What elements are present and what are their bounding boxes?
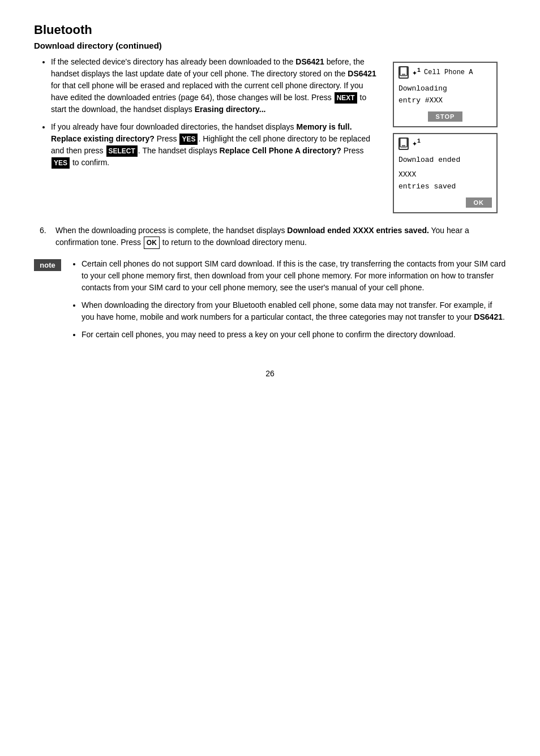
phone-icon-1 <box>398 66 409 79</box>
screen2-header: ✦1 <box>394 134 496 152</box>
select-key: SELECT <box>106 145 138 157</box>
bt-icon-1: ✦1 <box>412 67 421 78</box>
item-6-text: When the downloading process is complete… <box>55 225 506 249</box>
screen2-body: Download ended XXXX entries saved <box>394 152 496 195</box>
stop-button: STOP <box>428 111 463 122</box>
bullet-list: If the selected device's directory has a… <box>34 56 382 169</box>
numbered-item-6: 6. When the downloading process is compl… <box>34 225 506 249</box>
next-key: NEXT <box>335 92 357 104</box>
bullet-item-2: If you already have four downloaded dire… <box>51 121 382 169</box>
screen1-body: Downloading entry #XXX <box>394 81 496 109</box>
page-title: Bluetooth <box>34 23 506 37</box>
bullet-item-1: If the selected device's directory has a… <box>51 56 382 115</box>
note-item-2: When downloading the directory from your… <box>82 299 506 323</box>
screen1-btn-row: STOP <box>394 109 496 126</box>
screen2-btn-row: OK <box>394 195 496 212</box>
screen1-header-line: Cell Phone A <box>424 68 473 76</box>
screen2-line1: Download ended <box>398 154 492 166</box>
note-content: Certain cell phones do not support SIM c… <box>70 258 506 346</box>
note-item-3: For certain cell phones, you may need to… <box>82 329 506 341</box>
phone-icon-2 <box>398 138 409 150</box>
ok-key: OK <box>144 237 160 249</box>
screen-download-ended: ✦1 Download ended XXXX entries saved OK <box>393 133 498 213</box>
bt-icon-2: ✦1 <box>412 138 421 149</box>
yes-key-2: YES <box>52 157 70 169</box>
note-list: Certain cell phones do not support SIM c… <box>70 258 506 341</box>
screen1-header: ✦1 Cell Phone A <box>394 63 496 81</box>
text-column: If the selected device's directory has a… <box>34 56 382 213</box>
section-title: Download directory (continued) <box>34 41 506 50</box>
content-area: If the selected device's directory has a… <box>34 56 506 213</box>
screen1-line2: entry #XXX <box>398 95 492 107</box>
screen1-line1: Downloading <box>398 83 492 95</box>
note-item-1: Certain cell phones do not support SIM c… <box>82 258 506 294</box>
note-label: note <box>34 259 61 271</box>
screen-downloading: ✦1 Cell Phone A Downloading entry #XXX S… <box>393 62 498 127</box>
svg-rect-1 <box>402 74 405 75</box>
item-number: 6. <box>40 225 51 249</box>
screen2-line3: entries saved <box>398 181 492 193</box>
ok-button: OK <box>466 197 492 208</box>
page-number: 26 <box>34 369 506 378</box>
svg-rect-3 <box>402 145 405 146</box>
device-screens: ✦1 Cell Phone A Downloading entry #XXX S… <box>393 62 506 213</box>
note-section: note Certain cell phones do not support … <box>34 258 506 346</box>
yes-key-1: YES <box>179 134 198 145</box>
screen2-line2: XXXX <box>398 169 492 181</box>
